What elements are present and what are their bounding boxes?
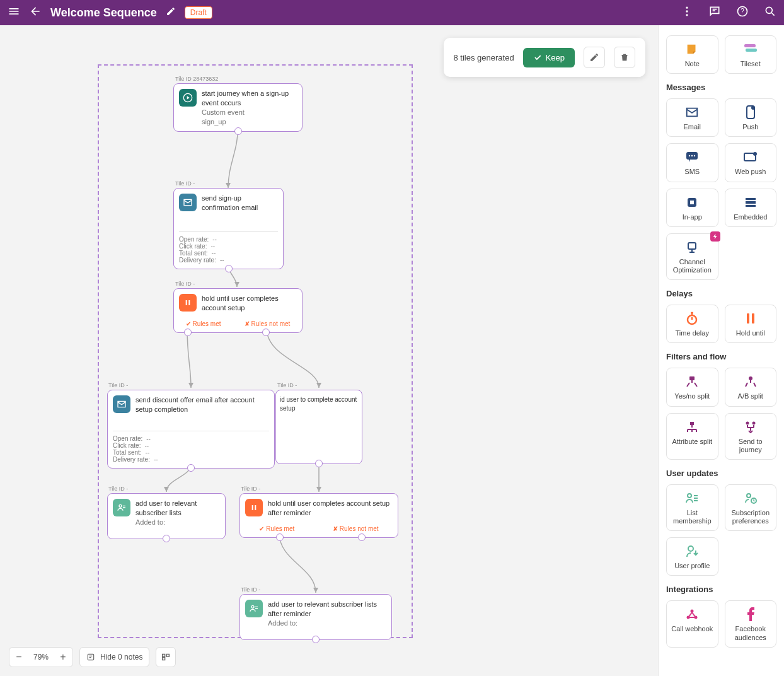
tile-start[interactable]: start journey when a sign-up event occur… [173, 83, 303, 132]
palette-facebook[interactable]: Facebook audiences [725, 600, 777, 647]
note-icon [86, 653, 95, 661]
email-icon [113, 395, 130, 413]
notes-toggle[interactable]: Hide 0 notes [79, 647, 149, 667]
palette-list-membership[interactable]: List membership [666, 484, 718, 531]
palette-sms[interactable]: SMS [666, 143, 718, 182]
tile-remind-user[interactable]: id user to complete account setup [275, 390, 362, 464]
svg-marker-10 [164, 487, 169, 492]
webhook-icon [669, 607, 715, 621]
palette-ab[interactable]: A/B split [725, 368, 777, 406]
section-integrations: Integrations [666, 585, 776, 594]
note-icon [669, 42, 715, 56]
svg-rect-40 [689, 376, 695, 380]
back-icon[interactable] [29, 5, 42, 20]
zoom-in-button[interactable]: + [54, 648, 72, 667]
svg-rect-38 [747, 313, 749, 323]
svg-point-45 [688, 494, 691, 498]
ab-icon [728, 375, 774, 388]
palette-embedded[interactable]: Embedded [725, 189, 777, 227]
svg-marker-6 [226, 183, 231, 188]
section-updates: User updates [666, 469, 776, 478]
canvas[interactable]: Tile ID 28473632 start journey when a si… [0, 25, 658, 676]
layout-button[interactable] [156, 647, 176, 667]
tile-confirm-email[interactable]: send sign-up confirmation email Open rat… [173, 188, 284, 269]
svg-text:?: ? [741, 8, 744, 15]
svg-point-1 [686, 10, 688, 12]
svg-point-44 [752, 421, 755, 424]
zoom-value: 79% [28, 653, 54, 661]
email-icon [669, 105, 715, 119]
palette-user-profile[interactable]: User profile [666, 537, 718, 576]
svg-marker-8 [188, 383, 193, 388]
tile-id-label: Tile ID - [175, 281, 195, 287]
palette-inapp[interactable]: In-app [666, 189, 718, 227]
svg-point-16 [119, 504, 122, 507]
help-icon[interactable]: ? [736, 5, 749, 20]
palette-timedelay[interactable]: Time delay [666, 305, 718, 343]
keep-button[interactable]: Keep [523, 48, 575, 67]
more-icon[interactable] [681, 5, 693, 20]
tile-discount-email[interactable]: send discount offer email after account … [107, 390, 275, 469]
palette-send-journey[interactable]: Send to journey [725, 413, 777, 460]
palette-holduntil[interactable]: Hold until [725, 305, 777, 343]
user-list-icon [113, 499, 130, 516]
feature-badge-icon [710, 231, 720, 242]
palette-attr-split[interactable]: Attribute split [666, 413, 718, 460]
page-title: Welcome Sequence [50, 6, 157, 20]
tile-hold2[interactable]: hold until user completes account setup … [239, 493, 398, 538]
svg-point-26 [689, 155, 690, 156]
facebook-icon [728, 607, 774, 621]
tile-hold1[interactable]: hold until user completes account setup … [173, 288, 303, 333]
palette-webpush[interactable]: Web push [725, 143, 777, 182]
svg-point-24 [751, 106, 755, 110]
svg-point-30 [753, 152, 757, 156]
palette-note[interactable]: Note [666, 35, 718, 74]
palette-yesno[interactable]: Yes/no split [666, 368, 718, 406]
embedded-icon [728, 195, 774, 209]
journey-icon [728, 420, 774, 434]
section-messages: Messages [666, 83, 776, 92]
svg-point-49 [691, 610, 694, 613]
palette-webhook[interactable]: Call webhook [666, 600, 718, 647]
delete-button[interactable] [614, 47, 635, 68]
pause-icon [728, 312, 774, 325]
palette-subscription[interactable]: Subscription preferences [725, 484, 777, 531]
svg-point-5 [766, 7, 772, 13]
svg-rect-39 [752, 313, 754, 323]
split-icon [669, 375, 715, 388]
svg-point-41 [749, 376, 752, 380]
tile-add-user1[interactable]: add user to relevant subscriber lists Ad… [107, 493, 226, 539]
tile-id-label: Tile ID - [108, 382, 128, 388]
email-icon [179, 194, 197, 211]
tileset-icon [728, 42, 774, 56]
sms-icon [669, 150, 715, 164]
tile-add-user2[interactable]: add user to relevant subscriber lists af… [239, 594, 392, 640]
palette-push[interactable]: Push [725, 98, 777, 137]
pause-icon [179, 294, 197, 312]
chat-icon[interactable] [708, 5, 721, 20]
app-header: Welcome Sequence Draft ? [0, 0, 784, 25]
menu-icon[interactable] [8, 5, 20, 20]
svg-rect-14 [186, 300, 187, 305]
svg-point-46 [747, 494, 751, 498]
search-icon[interactable] [764, 5, 776, 20]
notif-text: 8 tiles generated [454, 53, 514, 62]
svg-rect-17 [252, 505, 253, 510]
generation-notification: 8 tiles generated Keep [444, 38, 646, 77]
palette-channel-opt[interactable]: Channel Optimization [666, 233, 718, 280]
play-icon [179, 89, 197, 107]
palette-sidebar: Note Tileset Messages Email Push SMS Web… [658, 25, 784, 676]
status-badge: Draft [185, 6, 212, 19]
edit-title-icon[interactable] [166, 6, 176, 19]
list-icon [669, 491, 715, 505]
svg-marker-7 [234, 282, 239, 287]
svg-rect-21 [744, 44, 756, 47]
svg-rect-33 [746, 198, 756, 200]
user-list-icon [245, 600, 263, 617]
palette-tileset[interactable]: Tileset [725, 35, 777, 74]
palette-email[interactable]: Email [666, 98, 718, 137]
svg-rect-36 [688, 243, 696, 249]
zoom-out-button[interactable]: − [9, 648, 28, 667]
edit-button[interactable] [584, 47, 605, 68]
profile-icon [669, 544, 715, 558]
